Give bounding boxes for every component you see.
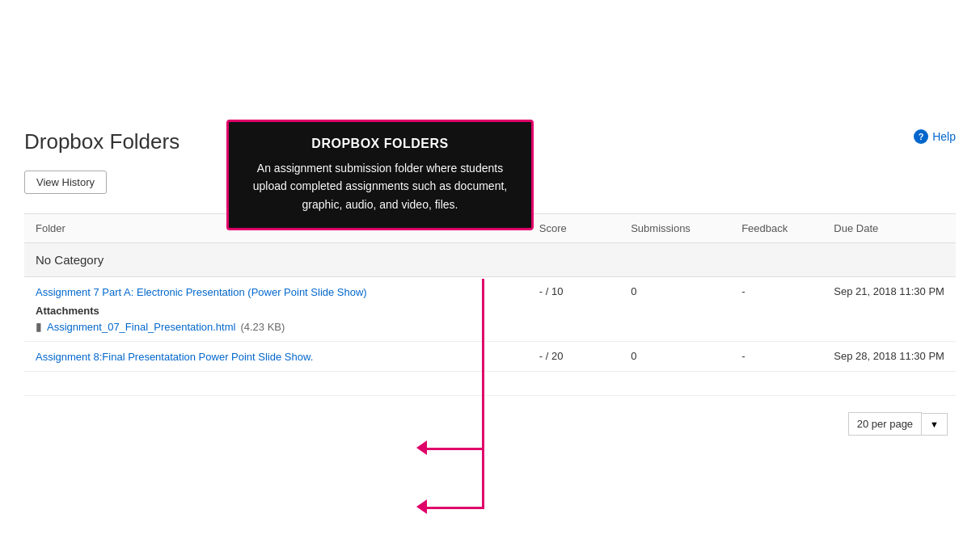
submissions-cell-2: 0 (619, 342, 730, 372)
help-label: Help (932, 130, 956, 143)
annotation-horizontal-line-2 (426, 507, 484, 509)
attachment-link[interactable]: Assignment_07_Final_Presentation.html (47, 321, 235, 333)
annotation-arrow-2 (416, 499, 427, 514)
feedback-cell-1: - (730, 277, 822, 342)
file-icon: ▮ (36, 320, 42, 333)
duedate-cell-2: Sep 28, 2018 11:30 PM (822, 342, 956, 372)
per-page-dropdown-button[interactable]: ▼ (922, 413, 948, 436)
file-size: (4.23 KB) (240, 321, 285, 333)
table-row: Assignment 8:Final Presentatation Power … (24, 342, 956, 372)
per-page-select[interactable]: 20 per page (848, 412, 922, 436)
category-row: No Category (24, 243, 956, 277)
assignment-7-link[interactable]: Assignment 7 Part A: Electronic Presenta… (36, 286, 367, 298)
submissions-cell-1: 0 (619, 277, 730, 342)
table-row: Assignment 7 Part A: Electronic Presenta… (24, 277, 956, 342)
annotation-vertical-line (482, 279, 484, 509)
assignment-8-link[interactable]: Assignment 8:Final Presentatation Power … (36, 351, 313, 363)
page-title: Dropbox Folders (24, 129, 180, 154)
folder-table: Folder Score Submissions Feedback Due Da… (24, 213, 956, 396)
folder-cell: Assignment 7 Part A: Electronic Presenta… (24, 277, 528, 342)
col-header-feedback: Feedback (730, 214, 822, 243)
help-icon: ? (914, 129, 928, 144)
help-link[interactable]: ? Help (914, 129, 956, 144)
tooltip-title: DROPBOX FOLDERS (247, 137, 513, 151)
per-page-label: 20 per page (857, 418, 913, 430)
attachments-label: Attachments (36, 305, 517, 317)
folder-cell-2: Assignment 8:Final Presentatation Power … (24, 342, 528, 372)
spacer-row (24, 372, 956, 396)
annotation-horizontal-line-1 (426, 448, 484, 450)
duedate-cell-1: Sep 21, 2018 11:30 PM (822, 277, 956, 342)
tooltip-popup: DROPBOX FOLDERS An assignment submission… (226, 120, 534, 230)
score-cell-1: - / 10 (528, 277, 619, 342)
col-header-submissions: Submissions (619, 214, 730, 243)
feedback-cell-2: - (730, 342, 822, 372)
pagination-bar: 20 per page ▼ (24, 412, 956, 436)
col-header-duedate: Due Date (822, 214, 956, 243)
view-history-button[interactable]: View History (24, 171, 107, 194)
col-header-score: Score (528, 214, 619, 243)
tooltip-body: An assignment submission folder where st… (247, 159, 513, 213)
attachment-item: ▮ Assignment_07_Final_Presentation.html … (36, 320, 517, 333)
annotation-arrow-1 (416, 440, 427, 455)
page-wrapper: DROPBOX FOLDERS An assignment submission… (0, 105, 980, 535)
category-label: No Category (24, 243, 956, 277)
chevron-down-icon: ▼ (930, 419, 939, 429)
score-cell-2: - / 20 (528, 342, 619, 372)
